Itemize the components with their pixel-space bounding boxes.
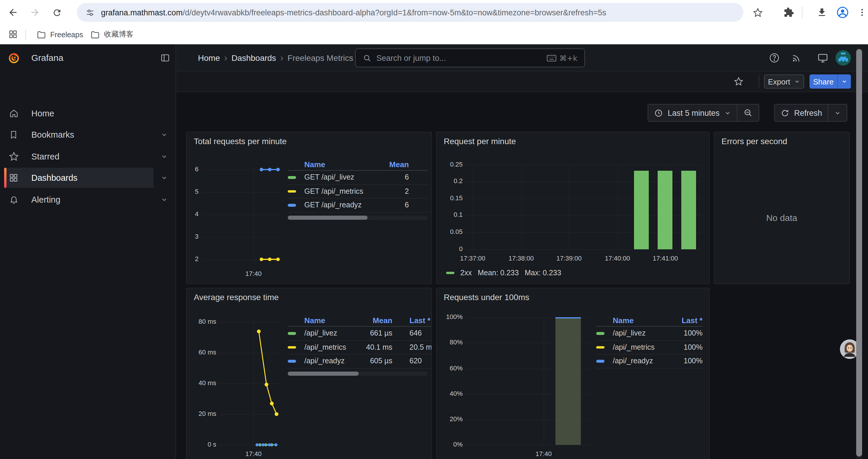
- legend-scrollbar[interactable]: [288, 215, 428, 220]
- reload-button[interactable]: [49, 4, 65, 21]
- sidebar-item-alerting[interactable]: Alerting: [0, 190, 176, 210]
- series-color-pill: [288, 176, 296, 179]
- search-input[interactable]: Search or jump to... ⌘+k: [355, 48, 585, 67]
- legend-row[interactable]: /api/_metrics 100%: [596, 340, 703, 355]
- chevron-down-icon: [841, 78, 847, 85]
- legend-row[interactable]: /api/_metrics 40.1 ms 20.5 m: [288, 340, 432, 355]
- chevron-down-icon: [724, 109, 731, 116]
- export-button[interactable]: Export: [764, 74, 804, 89]
- chevron-down-icon[interactable]: [161, 174, 168, 182]
- panel-title[interactable]: Request per minute: [444, 136, 516, 146]
- selected-item-background: [4, 168, 154, 188]
- legend-scrollbar[interactable]: [288, 371, 428, 375]
- grafana-logo[interactable]: [8, 53, 20, 64]
- toolbar-separator: [802, 6, 802, 18]
- favorite-star-icon[interactable]: [734, 77, 743, 86]
- series-mean: 40.1 ms: [360, 343, 392, 352]
- sidebar-item-starred[interactable]: Starred: [0, 146, 176, 167]
- chevron-down-icon[interactable]: [161, 131, 168, 138]
- page-scrollbar-thumb[interactable]: [856, 49, 862, 457]
- keyboard-icon: [547, 54, 557, 62]
- y-tick-label: 0: [439, 245, 463, 252]
- legend-table: Name Mean Last * /api/_livez 661 µs 646 …: [288, 314, 432, 375]
- series-name: GET /api/_livez: [304, 173, 385, 182]
- sidebar-item-home[interactable]: Home: [0, 103, 176, 124]
- time-controls: Last 5 minutes: [648, 104, 759, 122]
- series-color-pill: [596, 360, 604, 362]
- legend-header-name[interactable]: Name: [304, 160, 385, 169]
- time-range-picker[interactable]: Last 5 minutes: [648, 104, 737, 121]
- legend-row[interactable]: /api/_readyz 605 µs 620: [288, 355, 432, 368]
- bar-2xx[interactable]: [681, 170, 696, 249]
- home-icon: [9, 108, 19, 119]
- legend-row[interactable]: GET /api/_readyz 6: [288, 198, 428, 212]
- legend-header-last[interactable]: Last *: [409, 316, 432, 325]
- zoom-out-button[interactable]: [737, 104, 759, 121]
- refresh-button[interactable]: Refresh: [775, 104, 828, 121]
- x-tick-label: 17:40:00: [596, 255, 639, 262]
- profile-avatar[interactable]: [834, 4, 851, 21]
- site-settings-icon[interactable]: [85, 7, 95, 18]
- panel-errors-per-second: Errors per second No data: [714, 132, 850, 284]
- panel-title[interactable]: Requests under 100ms: [444, 292, 529, 302]
- kiosk-monitor-icon[interactable]: [817, 52, 829, 63]
- chevron-down-icon[interactable]: [161, 196, 168, 203]
- url-bar[interactable]: grafana.mathmast.com/d/deytv4rwavabkb/fr…: [77, 3, 743, 22]
- area-fill-100pct[interactable]: [555, 317, 581, 445]
- series-color-pill: [288, 360, 296, 362]
- legend-row[interactable]: GET /api/_livez 6: [288, 171, 428, 185]
- apps-grid-icon[interactable]: [5, 26, 21, 42]
- legend-header-name[interactable]: Name: [304, 316, 360, 325]
- browser-menu-icon[interactable]: [854, 4, 868, 21]
- legend-row[interactable]: /api/_livez 661 µs 646: [288, 327, 432, 340]
- forward-button[interactable]: [27, 4, 43, 21]
- legend-inline[interactable]: 2xx Mean: 0.233 Max: 0.233: [446, 269, 561, 277]
- selected-item-accent: [4, 168, 6, 188]
- news-rss-icon[interactable]: [791, 52, 802, 63]
- breadcrumb-dashboards[interactable]: Dashboards: [231, 53, 276, 63]
- y-tick-label: 40%: [439, 390, 463, 397]
- panel-requests-under-100ms: Requests under 100ms 100% 80% 60% 40% 20…: [436, 288, 710, 459]
- legend-row[interactable]: /api/_readyz 100%: [596, 355, 703, 368]
- legend-header-last[interactable]: Last *: [673, 316, 703, 325]
- share-dropdown-button[interactable]: [837, 74, 851, 89]
- legend-header-name[interactable]: Name: [613, 316, 673, 325]
- bookmark-star-icon[interactable]: [749, 4, 766, 21]
- legend-header-mean[interactable]: Mean: [385, 160, 409, 169]
- user-avatar[interactable]: [836, 50, 851, 66]
- folder-icon: [37, 30, 46, 39]
- bar-2xx[interactable]: [658, 170, 673, 249]
- sidebar-item-dashboards[interactable]: Dashboards: [0, 168, 176, 188]
- series-color-pill: [288, 346, 296, 349]
- refresh-interval-dropdown[interactable]: [829, 104, 847, 121]
- series-name: /api/_metrics: [613, 343, 673, 352]
- bookmarks-separator: [25, 30, 26, 40]
- bar-2xx[interactable]: [634, 170, 649, 249]
- panel-title[interactable]: Errors per second: [721, 136, 787, 146]
- url-text: grafana.mathmast.com/d/deytv4rwavabkb/fr…: [101, 8, 606, 17]
- sidebar-item-bookmarks[interactable]: Bookmarks: [0, 125, 176, 145]
- panel-total-requests: Total requests per minute 6 5 4 3 2: [186, 132, 432, 284]
- scrollbar-thumb[interactable]: [288, 371, 359, 375]
- breadcrumb-home[interactable]: Home: [198, 53, 220, 63]
- star-icon: [9, 152, 19, 162]
- gridline: [464, 249, 701, 250]
- chevron-down-icon: [835, 109, 841, 116]
- share-button[interactable]: Share: [809, 74, 837, 89]
- back-button[interactable]: [5, 4, 21, 21]
- legend-row[interactable]: GET /api/_metrics 2: [288, 185, 428, 198]
- sidebar-toggle-icon[interactable]: [160, 53, 170, 63]
- bookmark-folder-blogs[interactable]: 收藏博客: [86, 27, 138, 42]
- bookmark-folder-freeleaps[interactable]: Freeleaps: [32, 27, 88, 42]
- chevron-down-icon[interactable]: [161, 153, 168, 160]
- legend-header-mean[interactable]: Mean: [360, 316, 392, 325]
- downloads-icon[interactable]: [814, 4, 830, 21]
- extensions-icon[interactable]: [780, 4, 797, 21]
- series-name: /api/_livez: [304, 329, 360, 338]
- help-icon[interactable]: [769, 52, 780, 63]
- series-mean: 605 µs: [360, 357, 392, 365]
- legend-row[interactable]: /api/_livez 100%: [596, 327, 703, 340]
- search-icon: [363, 54, 372, 62]
- actions-separator: [759, 76, 759, 88]
- scrollbar-thumb[interactable]: [288, 215, 368, 220]
